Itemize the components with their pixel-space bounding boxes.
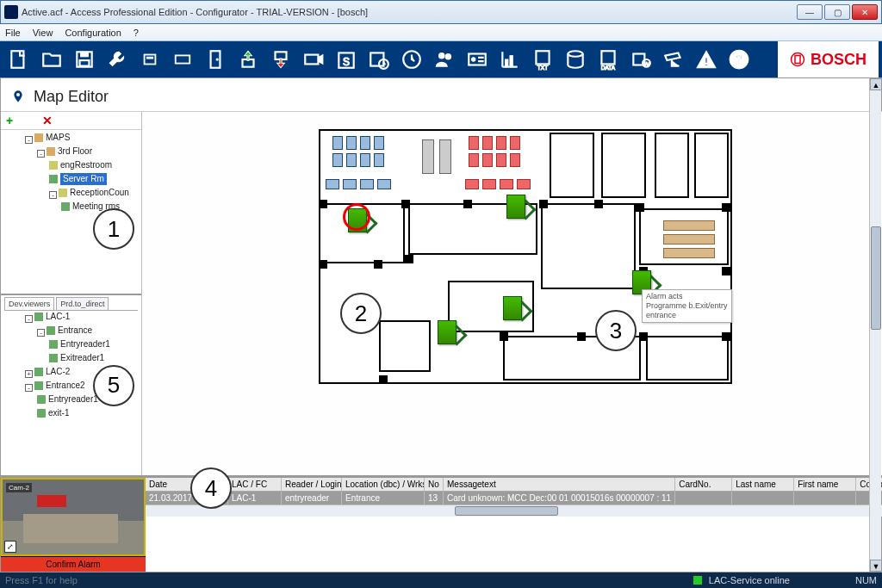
- new-icon[interactable]: [3, 44, 34, 75]
- device-tooltip: Alarm acts Programme b.Exit/entry entran…: [642, 289, 732, 323]
- svg-text:TXT: TXT: [537, 65, 548, 71]
- sidebar-tools: + ✕: [1, 112, 141, 130]
- page-title: Map Editor: [34, 88, 109, 106]
- save-icon[interactable]: [69, 44, 100, 75]
- help-icon[interactable]: ?: [724, 44, 755, 75]
- svg-rect-6: [176, 55, 190, 63]
- status-bar: Press F1 for help LAC-Service online NUM: [0, 573, 882, 588]
- svg-rect-31: [705, 58, 707, 64]
- calendar-s-icon[interactable]: S: [331, 44, 362, 75]
- floorplan: [319, 129, 732, 384]
- log-header: Date LAC / FC Reader / Login Location (d…: [146, 478, 882, 492]
- svg-rect-26: [601, 51, 614, 64]
- app-icon: [4, 5, 18, 19]
- delete-button[interactable]: ✕: [42, 114, 53, 127]
- status-help: Press F1 for help: [5, 575, 78, 585]
- alarm-highlight-ring: [343, 203, 370, 231]
- main-toolbar: S TXT DATA W ? BOSCH: [0, 41, 882, 77]
- svg-rect-36: [795, 56, 800, 64]
- event-log: Date LAC / FC Reader / Login Location (d…: [146, 478, 882, 517]
- maximize-button[interactable]: ▢: [824, 4, 850, 20]
- callout-2: 2: [340, 293, 382, 334]
- svg-point-17: [439, 53, 445, 58]
- database-icon[interactable]: [560, 44, 591, 75]
- svg-text:S: S: [343, 56, 350, 68]
- door-icon[interactable]: [200, 44, 231, 75]
- log-row[interactable]: 21.03.2017 12:11 LAC-1 entryreader Entra…: [146, 492, 882, 504]
- idcard-icon[interactable]: [462, 44, 493, 75]
- close-button[interactable]: ✕: [852, 4, 878, 20]
- svg-rect-4: [145, 55, 156, 65]
- svg-rect-5: [146, 57, 152, 59]
- expand-icon[interactable]: ⤢: [4, 541, 16, 553]
- svg-text:?: ?: [736, 52, 742, 66]
- svg-point-37: [16, 93, 20, 96]
- svg-rect-22: [510, 56, 512, 67]
- brand-label: BOSCH: [811, 51, 866, 69]
- badge-icon[interactable]: W: [625, 44, 656, 75]
- open-icon[interactable]: [36, 44, 67, 75]
- svg-point-18: [445, 54, 451, 60]
- maps-tree-panel: -MAPS -3rd Floor engRestroom Server Rm -…: [1, 130, 141, 294]
- status-num: NUM: [855, 575, 877, 585]
- menu-help[interactable]: ?: [134, 28, 139, 38]
- main-area: Map Editor + ✕ -MAPS -3rd Floor engR: [0, 77, 882, 573]
- minimize-button[interactable]: —: [797, 4, 823, 20]
- sidebar: + ✕ -MAPS -3rd Floor engRestroom Server …: [1, 112, 142, 475]
- download-red-icon[interactable]: [265, 44, 296, 75]
- menu-file[interactable]: File: [5, 28, 21, 38]
- svg-text:W: W: [643, 60, 650, 68]
- svg-rect-11: [305, 55, 318, 65]
- brand-area: BOSCH: [778, 41, 879, 77]
- camera-label: Cam-2: [6, 483, 32, 492]
- window-titlebar: Active.acf - Access Professional Edition…: [0, 0, 882, 24]
- svg-rect-7: [211, 51, 220, 68]
- callout-5: 5: [93, 365, 134, 406]
- schedule-icon[interactable]: [363, 44, 394, 75]
- lower-panel: Cam-2 ⤢ Confirm Alarm Date LAC / FC Read…: [1, 475, 882, 572]
- svg-rect-3: [80, 60, 90, 66]
- location-pin-icon: [11, 87, 25, 106]
- svg-rect-21: [506, 59, 508, 67]
- map-canvas[interactable]: 2 3 Alarm acts Programme b.Exit/entry en…: [142, 112, 882, 475]
- status-service: LAC-Service online: [709, 575, 790, 585]
- page-header: Map Editor: [1, 78, 882, 111]
- callout-1: 1: [93, 208, 134, 250]
- callout-4: 4: [190, 467, 232, 509]
- warning-icon[interactable]: [691, 44, 722, 75]
- tab-devviewers[interactable]: Dev.viewers: [4, 297, 54, 310]
- confirm-alarm-button[interactable]: Confirm Alarm: [1, 556, 146, 572]
- log-horizontal-scrollbar[interactable]: [146, 504, 882, 517]
- maps-tree[interactable]: -MAPS -3rd Floor engRestroom Server Rm -…: [4, 132, 138, 214]
- vertical-scrollbar[interactable]: ▲ ▼: [869, 78, 881, 572]
- card-icon[interactable]: [167, 44, 198, 75]
- bosch-emblem-icon: [790, 52, 805, 67]
- door-marker[interactable]: [438, 320, 457, 344]
- upload-green-icon[interactable]: [233, 44, 264, 75]
- txt-icon[interactable]: TXT: [527, 44, 558, 75]
- tab-prd[interactable]: Prd.to_direct: [56, 297, 109, 310]
- clock-icon[interactable]: [396, 44, 427, 75]
- wrench-icon[interactable]: [102, 44, 133, 75]
- people-icon[interactable]: [429, 44, 460, 75]
- data-icon[interactable]: DATA: [593, 44, 624, 75]
- device-tree-panel: Dev.viewers Prd.to_direct -LAC-1 -Entran…: [1, 294, 141, 440]
- svg-point-8: [216, 59, 218, 60]
- svg-rect-23: [536, 51, 549, 64]
- camera-icon[interactable]: [298, 44, 329, 75]
- reader-icon[interactable]: [134, 44, 165, 75]
- menu-view[interactable]: View: [33, 28, 53, 38]
- chart-icon[interactable]: [494, 44, 525, 75]
- cam2-icon[interactable]: [658, 44, 689, 75]
- svg-rect-2: [81, 52, 89, 56]
- door-marker[interactable]: [506, 195, 525, 219]
- svg-text:DATA: DATA: [601, 65, 616, 71]
- svg-rect-0: [11, 51, 23, 68]
- camera-thumbnail[interactable]: Cam-2 ⤢: [1, 478, 146, 556]
- door-marker[interactable]: [503, 296, 522, 320]
- add-button[interactable]: +: [6, 114, 13, 127]
- menu-configuration[interactable]: Configuration: [65, 28, 121, 38]
- window-title: Active.acf - Access Professional Edition…: [22, 7, 797, 17]
- svg-rect-32: [705, 64, 707, 65]
- selected-map-node: Server Rm: [60, 173, 107, 185]
